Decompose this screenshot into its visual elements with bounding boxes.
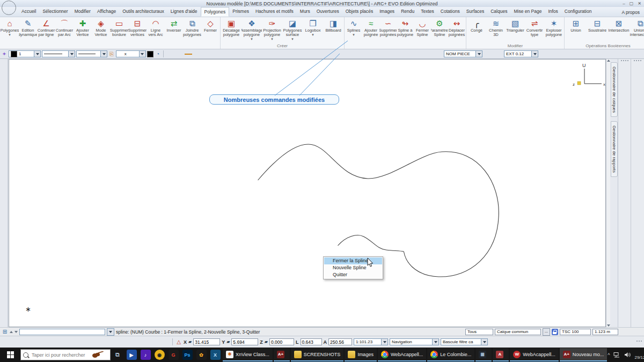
angle-field[interactable]: 250.56 [328,338,352,345]
minimize-button[interactable]: – [623,1,625,6]
fill-color-swatch[interactable] [147,51,153,57]
selection-wand-icon[interactable]: ✦ [1,50,8,58]
menu-tab[interactable]: Calques [487,7,510,17]
tsc-field[interactable]: TSC 100 [560,329,591,335]
pinned-app[interactable]: ♪ [139,349,152,361]
menu-tab[interactable]: Surfaces [463,7,488,17]
delta-toggle-icon[interactable]: △ [175,338,182,346]
menu-tab[interactable]: Objets placés [342,7,377,17]
context-menu-item[interactable]: Quitter [324,271,382,278]
taskbar-window-button[interactable]: ▦ [475,348,492,361]
task-view-icon[interactable]: ⧉ [111,349,124,361]
menu-tab[interactable]: Murs [297,7,313,17]
history-down-icon[interactable] [14,331,18,333]
pinned-app[interactable]: ◉ [153,349,166,361]
ribbon-button[interactable]: ◡ Fermer Spline [414,18,431,37]
spline-tail-curve[interactable] [338,235,404,252]
command-grid-icon[interactable]: ⊞ [2,328,8,336]
taskbar-window-button[interactable]: WebAcappell... [378,348,426,361]
ribbon-button[interactable]: ◪ Polygones surface ▼ [282,18,303,41]
start-button[interactable] [0,348,20,362]
taskbar-clock[interactable]: 12:24 29/12/2024 [634,350,644,360]
line-style-combo[interactable] [42,50,75,57]
history-up-icon[interactable] [10,331,13,333]
close-button[interactable]: ✕ [638,1,641,6]
ribbon-button[interactable]: ↬ Spline à polygone [397,18,414,37]
pinned-app[interactable]: Ps [181,349,194,361]
menu-tab[interactable]: Ouvertures [313,7,342,17]
ribbon-button[interactable]: ⊟ Soustraire [587,18,608,33]
ribbon-button[interactable]: ◠ Ligne vers Arc [147,18,165,37]
menu-tab[interactable]: Cotations [437,7,463,17]
layer-lock-icon[interactable] [552,329,558,335]
side-panel-tab[interactable]: Gestionnaire de rapports [611,121,618,177]
ext-combo[interactable]: EXT 0.12 [504,50,538,57]
taskbar-window-button[interactable]: A+ [274,348,290,361]
toolbar-grip[interactable] [634,60,641,63]
z-coordinate-field[interactable]: 0.000 [269,338,294,345]
ribbon-button[interactable]: ❐ Logobox ▼ [303,18,323,37]
length-field[interactable]: 0.643 [301,338,322,345]
taskbar-window-button[interactable]: W WebAcappell... [510,348,558,361]
pen-color-combo[interactable]: 1 [9,50,41,57]
pinned-app[interactable]: ▶ [125,349,138,361]
menu-tab[interactable]: Configuration [561,7,595,17]
command-dropdown[interactable] [107,328,114,336]
filter-combo[interactable]: Bascule filtre ca [441,338,488,345]
ribbon-button[interactable]: ⇌ Convertir type [525,18,544,37]
context-menu-item[interactable]: Fermer la Spline [324,257,382,264]
hatch-combo[interactable]: x [116,50,146,57]
pinned-app[interactable]: G [167,349,180,361]
ribbon-button[interactable]: ❖ Assemblage polygone ▼ [241,18,262,41]
maximize-button[interactable]: ▢ [630,1,634,6]
taskbar-window-button[interactable]: Le Colombie... [427,348,474,361]
y-coordinate-field[interactable]: 5.694 [231,338,258,345]
ribbon-button[interactable]: ∠ Continuer par ligne [37,18,55,37]
ribbon-button[interactable]: ▧ Trianguler [506,18,525,33]
ribbon-button[interactable]: ◇ Fermer [201,18,219,33]
context-menu-item[interactable]: Nouvelle Spline [324,264,382,271]
ribbon-button[interactable]: ✚ Ajouter Vertice [74,18,92,37]
taskbar-search[interactable] [20,349,111,360]
menu-tab[interactable]: Textes [418,7,437,17]
x-lock-icon[interactable]: ▰ [188,339,192,344]
x-coordinate-field[interactable]: 31.415 [193,338,220,345]
ribbon-button[interactable]: ◈ Mode Vertice [92,18,110,37]
ribbon-button[interactable]: ▣ Décalage polygone [221,18,241,37]
ribbon-button[interactable]: ⌂ Polygones ▼ [1,18,19,37]
scale-combo[interactable]: 1:101.23 [354,338,388,345]
taskbar-window-button[interactable]: A+ Nouveau mo... [560,348,608,361]
ribbon-button[interactable]: ⇄ Inverser [165,18,183,33]
menu-tab-about[interactable]: A propos [617,8,644,17]
piece-name-combo[interactable]: NOM PIECE [444,50,482,57]
taskbar-window-button[interactable]: A [493,348,509,361]
command-input[interactable] [19,329,105,335]
menu-tab[interactable]: Outils architecturaux [119,7,167,17]
ribbon-button[interactable]: ✑ Projection polygone ▼ [262,18,282,41]
taskbar-window-button[interactable]: SCREENSHOTS [291,348,344,361]
menu-tab[interactable]: Images [376,7,398,17]
ribbon-button[interactable]: ▭ Supprimer bordure [110,18,128,37]
taskbar-window-button[interactable]: Images [345,348,377,361]
search-input[interactable] [31,352,89,358]
mode-combo[interactable]: Navigation [390,338,439,345]
ribbon-button[interactable]: ◨ Billboard [323,18,343,33]
ribbon-button[interactable]: ↭ Déplacer poignées [448,18,465,37]
y-lock-icon[interactable]: ▰ [226,339,230,344]
ribbon-button[interactable]: ⧉ Joindre polygones [183,18,201,37]
ribbon-button[interactable]: ⊠ Intersection [608,18,630,33]
ribbon-button[interactable]: ╭ Congé [467,18,486,33]
canvas-vertical-scrollbar[interactable] [606,59,610,327]
ribbon-button[interactable]: ✎ Edition dynamique [19,18,37,37]
ribbon-button[interactable]: ⌒ Continuer par Arc [55,18,74,37]
timer-icon[interactable]: ◔ [155,50,161,58]
style-copy-icon[interactable]: ⎘ [108,50,115,58]
layer-browse-button[interactable]: ... [543,328,550,336]
current-layer-field[interactable]: Calque commun [495,329,541,335]
pinned-app[interactable]: X [209,349,222,361]
menu-tab[interactable]: Hachures et motifs [252,7,297,17]
menu-tab[interactable]: Rendu [398,7,418,17]
taskbar-window-button[interactable]: ❋ XnView Class... [223,348,273,361]
ribbon-button[interactable]: ≋ Chemin 3D [486,18,506,37]
menu-tab[interactable]: Affichage [94,7,119,17]
